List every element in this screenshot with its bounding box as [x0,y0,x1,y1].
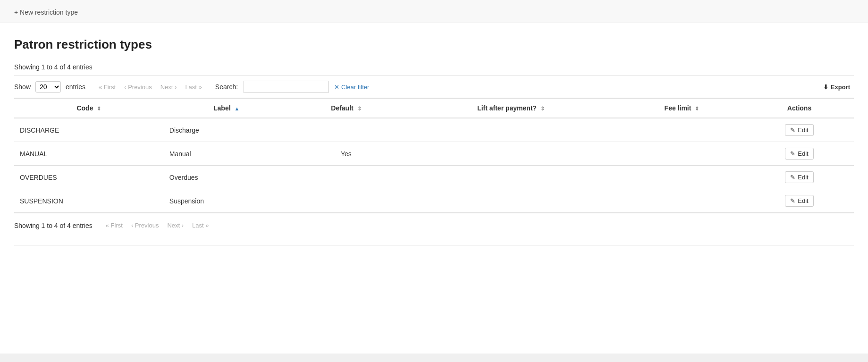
edit-button[interactable]: ✎ Edit [785,195,813,207]
edit-button[interactable]: ✎ Edit [785,148,813,160]
cell-code: OVERDUES [14,166,164,189]
cell-lift [403,166,619,189]
edit-label: Edit [798,126,808,134]
cell-actions: ✎ Edit [745,118,854,142]
last-button-top[interactable]: Last » [182,82,204,93]
clear-filter-button[interactable]: ✕ Clear filter [331,82,372,93]
table-row: DISCHARGE Discharge ✎ Edit [14,118,854,142]
first-button[interactable]: « First [96,82,118,93]
bottom-controls: Showing 1 to 4 of 4 entries « First ‹ Pr… [14,213,854,236]
cell-label: Suspension [164,189,289,213]
cell-label: Overdues [164,166,289,189]
new-restriction-link[interactable]: + New restriction type [14,8,78,16]
col-code-label: Code [76,104,93,112]
export-button[interactable]: ⬇ Export [819,82,854,93]
restriction-types-table: Code ⇕ Label ▲ Default ⇕ Lift after paym… [14,98,854,213]
table-row: MANUAL Manual Yes ✎ Edit [14,142,854,166]
pencil-icon: ✎ [790,150,795,157]
pencil-icon: ✎ [790,126,795,134]
cell-fee-limit [619,166,745,189]
table-row: SUSPENSION Suspension ✎ Edit [14,189,854,213]
edit-label: Edit [798,150,808,157]
bottom-divider [14,245,854,245]
cell-code: MANUAL [14,142,164,166]
top-bar: + New restriction type [0,0,868,23]
cell-fee-limit [619,118,745,142]
cell-lift [403,142,619,166]
close-icon: ✕ [334,84,339,91]
col-label[interactable]: Label ▲ [164,99,289,118]
clear-filter-label: Clear filter [341,84,369,91]
col-label-sort-icon: ▲ [234,106,239,111]
cell-actions: ✎ Edit [745,189,854,213]
col-code[interactable]: Code ⇕ [14,99,164,118]
search-label: Search: [215,83,238,91]
cell-code: SUSPENSION [14,189,164,213]
next-button-top[interactable]: Next › [158,82,180,93]
last-button-bottom[interactable]: Last » [189,220,211,231]
col-label-label: Label [213,104,231,112]
edit-button[interactable]: ✎ Edit [785,124,813,136]
cell-actions: ✎ Edit [745,166,854,189]
cell-label: Manual [164,142,289,166]
col-lift-after-payment[interactable]: Lift after payment? ⇕ [403,99,619,118]
col-fee-label: Fee limit [665,104,691,112]
main-content: Patron restriction types Showing 1 to 4 … [0,23,868,354]
edit-label: Edit [798,174,808,181]
search-input[interactable] [244,81,329,93]
cell-lift [403,118,619,142]
cell-code: DISCHARGE [14,118,164,142]
showing-top: Showing 1 to 4 of 4 entries [14,63,854,71]
controls-bar: Show 10 20 50 100 entries « First ‹ Prev… [14,76,854,98]
previous-button-top[interactable]: ‹ Previous [121,82,155,93]
col-lift-label: Lift after payment? [477,104,537,112]
next-button-bottom[interactable]: Next › [164,220,186,231]
edit-button[interactable]: ✎ Edit [785,171,813,183]
col-default-sort-icon: ⇕ [357,106,362,112]
col-default[interactable]: Default ⇕ [289,99,404,118]
previous-button-bottom[interactable]: ‹ Previous [128,220,162,231]
pencil-icon: ✎ [790,197,795,204]
col-actions-label: Actions [787,104,811,112]
showing-bottom: Showing 1 to 4 of 4 entries [14,222,93,229]
cell-lift [403,189,619,213]
cell-fee-limit [619,189,745,213]
cell-default [289,166,404,189]
entries-label: entries [66,83,85,91]
entries-select[interactable]: 10 20 50 100 [35,81,61,93]
col-actions: Actions [745,99,854,118]
show-label: Show [14,83,31,91]
first-button-bottom[interactable]: « First [103,220,126,231]
col-fee-sort-icon: ⇕ [695,106,699,112]
col-code-sort-icon: ⇕ [97,106,101,112]
cell-actions: ✎ Edit [745,142,854,166]
pencil-icon: ✎ [790,174,795,181]
cell-default: Yes [289,142,404,166]
col-default-label: Default [331,104,353,112]
table-row: OVERDUES Overdues ✎ Edit [14,166,854,189]
cell-fee-limit [619,142,745,166]
download-icon: ⬇ [823,84,828,91]
cell-default [289,118,404,142]
edit-label: Edit [798,197,808,204]
cell-label: Discharge [164,118,289,142]
cell-default [289,189,404,213]
page-title: Patron restriction types [14,37,854,52]
col-lift-sort-icon: ⇕ [540,106,545,112]
col-fee-limit[interactable]: Fee limit ⇕ [619,99,745,118]
export-label: Export [831,84,850,91]
